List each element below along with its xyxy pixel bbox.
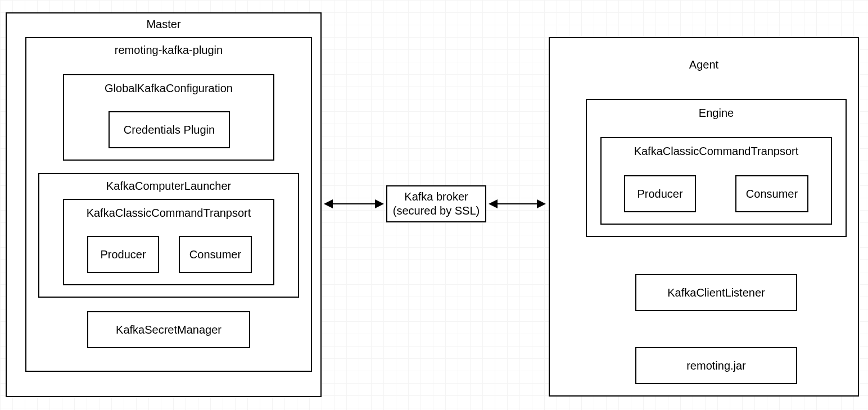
master-producer-label: Producer (88, 248, 158, 262)
engine-title: Engine (587, 107, 846, 120)
agent-transport-title: KafkaClassicCommandTranpsort (602, 145, 831, 158)
master-producer-box: Producer (87, 236, 159, 273)
agent-consumer-box: Consumer (735, 175, 808, 212)
broker-box: Kafka broker (secured by SSL) (386, 185, 486, 222)
broker-line2: (secured by SSL) (393, 204, 480, 217)
master-consumer-box: Consumer (179, 236, 252, 273)
remoting-jar-box: remoting.jar (635, 347, 797, 384)
remoting-jar-label: remoting.jar (636, 359, 796, 373)
master-transport-title: KafkaClassicCommandTranpsort (64, 207, 273, 220)
secret-manager-label: KafkaSecretManager (88, 323, 249, 337)
agent-producer-box: Producer (624, 175, 696, 212)
plugin-title: remoting-kafka-plugin (26, 44, 311, 57)
global-config-title: GlobalKafkaConfiguration (64, 82, 273, 95)
credentials-plugin-label: Credentials Plugin (110, 123, 229, 137)
launcher-title: KafkaComputerLauncher (39, 180, 298, 193)
master-title: Master (7, 18, 320, 31)
agent-title: Agent (550, 58, 858, 71)
client-listener-box: KafkaClientListener (635, 274, 797, 311)
agent-producer-label: Producer (625, 187, 695, 201)
secret-manager-box: KafkaSecretManager (87, 311, 250, 348)
credentials-plugin-box: Credentials Plugin (108, 111, 230, 148)
broker-label-wrap: Kafka broker (secured by SSL) (387, 190, 485, 218)
master-consumer-label: Consumer (180, 248, 251, 262)
client-listener-label: KafkaClientListener (636, 286, 796, 300)
broker-line1: Kafka broker (404, 190, 468, 203)
agent-consumer-label: Consumer (736, 187, 807, 201)
